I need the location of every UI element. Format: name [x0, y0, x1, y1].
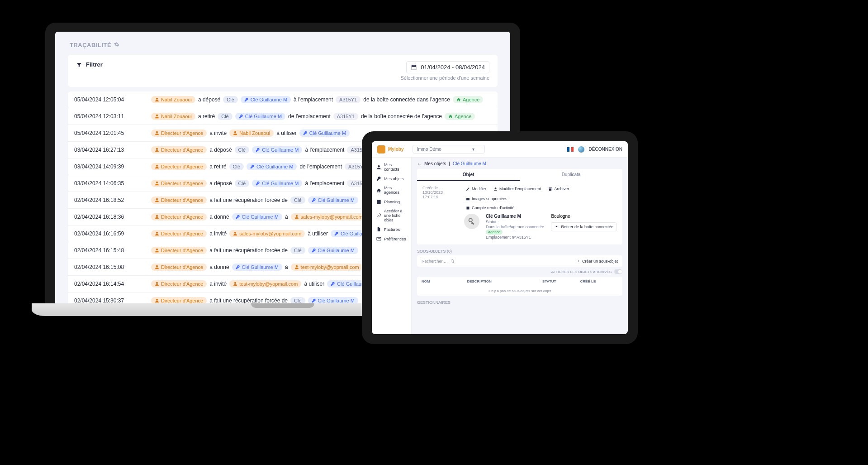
key-pill: Clé Guillaume M [308, 297, 358, 303]
col-description: DESCRIPTION [467, 279, 542, 283]
user-pill: Directeur d'Agence [151, 230, 207, 237]
sidebar-item-label: Planning [384, 200, 400, 204]
key-pill: Clé Guillaume M [252, 180, 302, 187]
sidebar-item[interactable]: Factures [372, 225, 411, 234]
log-row[interactable]: 05/04/2024 12:05:04Nabil Zouaouia déposé… [68, 91, 498, 108]
object-avatar [464, 214, 479, 229]
key-pill: Clé Guillaume M [299, 129, 350, 137]
slot-pill: A315Y1 [333, 113, 358, 120]
status-line: Dans la boîte/agence connectée [486, 225, 544, 229]
log-timestamp: 05/04/2024 12:03:11 [74, 113, 147, 120]
tablet-device: Myloby Immo Démo ▾ DÉCONNEXION Mes conta… [362, 131, 638, 344]
page-title: TRAÇABILITÉ [68, 42, 498, 55]
archive-icon [548, 187, 552, 191]
svg-point-0 [469, 219, 472, 222]
object-location: Emplacement nº A315Y1 [486, 235, 544, 240]
sidebar-item-label: Accéder à une fiche objet [384, 209, 407, 222]
sidebar-item[interactable]: Préférences [372, 234, 411, 244]
filter-button[interactable]: Filtrer [76, 61, 103, 68]
log-content: Directeur d'Agencea invitéNabil Zouaouià… [151, 129, 350, 137]
sidebar-item-label: Préférences [384, 237, 406, 241]
deleted-images-button[interactable]: Images supprimées [464, 196, 509, 202]
flag-fr-icon[interactable] [567, 147, 574, 152]
user-pill: sales-myloby@yopmail.com [291, 213, 366, 221]
sidebar-item[interactable]: Mes objets [372, 174, 411, 183]
log-row[interactable]: 05/04/2024 12:03:11Nabil Zouaouia retiré… [68, 108, 498, 125]
log-text: à l'emplacement [305, 180, 344, 187]
filter-panel: Filtrer 01/04/2024 - 08/04/2024 Sélectio… [68, 55, 498, 87]
log-text: de l'emplacement [299, 163, 342, 170]
log-content: Directeur d'Agencea invitésales-myloby@y… [151, 230, 381, 237]
search-icon [451, 259, 455, 264]
user-pill: test-myloby@yopmail.com [291, 264, 363, 271]
filter-icon [76, 62, 82, 68]
key-pill: Clé Guillaume M [308, 247, 358, 254]
edit-button[interactable]: Modifier [464, 186, 488, 192]
col-status: STATUT [542, 279, 580, 283]
log-text: de l'emplacement [288, 113, 331, 120]
log-content: Directeur d'Agencea fait une récupératio… [151, 247, 358, 254]
remove-from-box-button[interactable]: Retirer de la boîte connectée [551, 222, 617, 231]
user-pill: Directeur d'Agence [151, 197, 207, 204]
agency-pill: Agence [453, 96, 483, 103]
user-pill: Directeur d'Agence [151, 247, 207, 254]
log-timestamp: 05/04/2024 12:05:04 [74, 96, 147, 103]
gear-icon[interactable] [114, 42, 119, 48]
log-text: a déposé [209, 180, 232, 187]
log-text: a donné [209, 264, 229, 270]
object-info: Clé Guillaume M Statut : Dans la boîte/a… [486, 214, 544, 240]
user-pill: Directeur d'Agence [151, 163, 207, 170]
show-archived-toggle-row: AFFICHER LES OBJETS ARCHIVÉS [417, 269, 622, 274]
activity-report-button[interactable]: Compte rendu d'activité [464, 205, 516, 211]
brand-logo-icon [377, 145, 385, 153]
search-placeholder: Rechercher … [422, 259, 448, 264]
sidebar-item[interactable]: Mes contacts [372, 160, 411, 174]
col-created: CRÉÉ LE [580, 279, 618, 283]
breadcrumb: ← Mes objets | Clé Guillaume M [417, 161, 622, 169]
log-timestamp: 02/04/2024 16:18:52 [74, 197, 147, 203]
cle-pill: Clé [290, 247, 305, 254]
log-content: Directeur d'Agencea fait une récupératio… [151, 297, 358, 303]
sidebar-item[interactable]: Accéder à une fiche objet [372, 206, 411, 225]
sidebar: Mes contactsMes objetsMes agencesPlannin… [372, 158, 412, 334]
log-content: Nabil Zouaouia déposéCléClé Guillaume Mà… [151, 96, 483, 103]
user-pill: Directeur d'Agence [151, 280, 207, 288]
object-row: Clé Guillaume M Statut : Dans la boîte/a… [464, 214, 617, 240]
tablet-screen: Myloby Immo Démo ▾ DÉCONNEXION Mes conta… [372, 141, 628, 334]
log-text: à utiliser [276, 130, 297, 136]
user-pill: Nabil Zouaoui [151, 113, 195, 120]
mail-icon [376, 236, 381, 241]
back-arrow-icon[interactable]: ← [417, 161, 422, 166]
search-input[interactable]: Rechercher … [422, 259, 455, 264]
user-pill: Directeur d'Agence [151, 180, 207, 187]
breadcrumb-root[interactable]: Mes objets [424, 161, 446, 166]
archive-button[interactable]: Archiver [546, 186, 571, 192]
log-text: a retiré [198, 113, 215, 120]
sidebar-item[interactable]: Planning [372, 197, 411, 206]
move-button[interactable]: Modifier l'emplacement [492, 186, 543, 192]
log-text: a invité [209, 230, 227, 237]
date-range-text: 01/04/2024 - 08/04/2024 [421, 64, 485, 71]
show-archived-toggle[interactable] [614, 269, 622, 274]
sidebar-item[interactable]: Mes agences [372, 183, 411, 197]
tab-object[interactable]: Objet [417, 169, 520, 181]
key-pill: Clé Guillaume M [232, 264, 282, 271]
calendar-icon [376, 199, 381, 204]
create-sub-object-button[interactable]: ＋ Créer un sous-objet [576, 258, 618, 264]
plus-icon: ＋ [576, 258, 580, 264]
account-select[interactable]: Immo Démo ▾ [413, 145, 485, 153]
avatar[interactable] [578, 146, 584, 153]
log-text: a fait une récupération forcée de [209, 297, 288, 303]
sidebar-item-label: Mes contacts [384, 163, 407, 172]
created-label: Créée le 13/10/2023 [422, 186, 458, 195]
tab-duplicata[interactable]: Duplicata [520, 169, 622, 181]
link-icon [376, 213, 381, 218]
date-block: 01/04/2024 - 08/04/2024 Sélectionner une… [400, 61, 489, 81]
log-text: de la boîte connectée de l'agence [361, 113, 442, 120]
user-pill: sales-myloby@yopmail.com [229, 230, 305, 237]
logout-link[interactable]: DÉCONNEXION [589, 147, 622, 152]
panel-actions: Modifier Modifier l'emplacement Archiver… [464, 186, 617, 240]
move-icon [493, 187, 498, 191]
date-range-picker[interactable]: 01/04/2024 - 08/04/2024 [406, 61, 489, 73]
calendar-icon [411, 64, 417, 71]
